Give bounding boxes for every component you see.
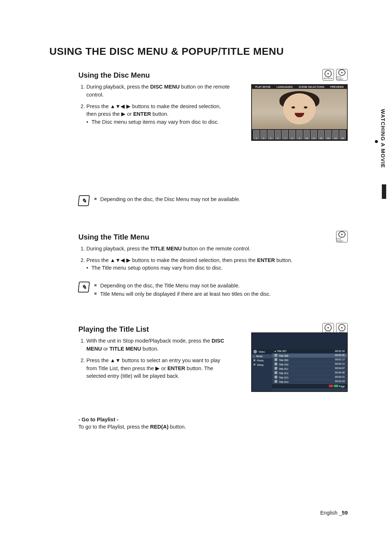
disc-type-icons: BD-ROM DVD-VIDEO xyxy=(322,69,348,81)
step-1: During playback, press the TITLE MENU bu… xyxy=(86,245,348,253)
title-time: 00:04:46 xyxy=(335,371,345,375)
disc-icon-dvd-video: DVD-VIDEO xyxy=(336,69,348,81)
title-time: 00:04:11 xyxy=(335,363,345,366)
step-1: With the unit in Stop mode/Playback mode… xyxy=(86,337,231,353)
chapter-tab-label: WATCHING A MOVIE xyxy=(380,109,386,174)
list-header-time: 00:02:32 xyxy=(335,350,345,353)
tab: LANGUAGES xyxy=(277,86,293,88)
step-2-note: The Title menu setup options may vary fr… xyxy=(86,264,348,272)
section-title-menu: DVD-VIDEO Using the Title Menu During pl… xyxy=(78,233,348,299)
note-row: ✎ Depending on the disc, the Disc Menu m… xyxy=(78,195,348,206)
disc-menu-tabs: PLAY MOVIE LANGUAGES SCENE SELECTIONS PR… xyxy=(252,85,347,89)
tab: PREVIEWS xyxy=(330,86,344,88)
title-time: 00:03:43 xyxy=(335,380,345,383)
list-footer: Page xyxy=(272,384,347,388)
title-name: Title 013 xyxy=(279,376,289,379)
manual-page: USING THE DISC MENU & POPUP/TITLE MENU W… xyxy=(0,0,392,536)
note-icon: ✎ xyxy=(78,282,90,292)
disc-icon-bd-rom: BD-ROM xyxy=(322,69,334,81)
title-name: Title 011 xyxy=(279,368,289,370)
disc-icon-label: DVD-VIDEO xyxy=(336,238,347,242)
left-nav-item: Photo xyxy=(257,359,264,362)
preview-area xyxy=(252,333,347,349)
bullet-icon xyxy=(375,140,378,143)
tab: SCENE SELECTIONS xyxy=(299,86,324,88)
footer-language: English xyxy=(320,510,338,516)
disc-menu-screenshot: PLAY MOVIE LANGUAGES SCENE SELECTIONS PR… xyxy=(251,84,348,141)
step-list: With the unit in Stop mode/Playback mode… xyxy=(78,337,231,380)
step-2: Press the ▲▼ buttons to select an entry … xyxy=(86,357,231,380)
disc-icon-label: BD-ROM xyxy=(324,77,332,79)
step-2-note: The Disc menu setup items may vary from … xyxy=(86,118,231,126)
sub-text: To go to the Playlist, press the RED(A) … xyxy=(78,424,348,430)
title-time: 00:01:17 xyxy=(335,358,345,361)
note-list: Depending on the disc, the Title Menu ma… xyxy=(94,282,271,298)
note-item: Depending on the disc, the Disc Menu may… xyxy=(94,195,240,204)
left-nav-header: Video xyxy=(258,351,265,353)
title-name: Title 014 xyxy=(279,381,289,383)
note-item: Title Menu will only be displayed if the… xyxy=(94,290,271,298)
sub-heading: - Go to Playlist - xyxy=(78,417,348,422)
footer-page-number: 59 xyxy=(342,510,348,516)
title-time: 00:04:21 xyxy=(335,376,345,379)
title-name: Title 012 xyxy=(279,372,289,375)
title-name: Title 008 xyxy=(279,355,289,357)
note-list: Depending on the disc, the Disc Menu may… xyxy=(94,195,240,204)
section-body: With the unit in Stop mode/Playback mode… xyxy=(78,337,231,380)
left-nav-item: Setup xyxy=(257,364,264,366)
list-header-title: Title 007 xyxy=(277,350,287,352)
disc-type-icons: DVD-VIDEO xyxy=(336,231,348,242)
left-nav-item: Music xyxy=(256,355,263,357)
page-footer: English _59 xyxy=(320,510,348,516)
section-title-list: BD-RE BD-R Playing the Title List With t… xyxy=(78,325,348,430)
step-list: During playback, press the DISC MENU but… xyxy=(78,83,231,126)
movie-frame-illustration xyxy=(252,89,347,129)
step-2: Press the ▲▼◀ ▶ buttons to make the desi… xyxy=(86,103,231,126)
step-list: During playback, press the TITLE MENU bu… xyxy=(78,245,348,272)
title-name: Title 009 xyxy=(279,359,289,361)
left-nav: Video ♪Music ✿Photo ⚙Setup xyxy=(252,349,272,391)
disc-icon-label: DVD-VIDEO xyxy=(336,76,347,80)
step-1: During playback, press the DISC MENU but… xyxy=(86,83,231,99)
section-body: During playback, press the DISC MENU but… xyxy=(78,83,231,126)
section-heading: Using the Title Menu xyxy=(78,233,348,241)
note-row: ✎ Depending on the disc, the Title Menu … xyxy=(78,282,348,298)
title-name: Title 010 xyxy=(279,363,289,366)
section-disc-menu: BD-ROM DVD-VIDEO Using the Disc Menu Dur… xyxy=(78,71,348,206)
disc-icon-dvd-video: DVD-VIDEO xyxy=(336,231,348,242)
thumb-tab-bar xyxy=(382,184,386,199)
step-2: Press the ▲▼◀ ▶ buttons to make the desi… xyxy=(86,257,348,273)
title-time: 00:05:36 xyxy=(335,354,345,357)
note-item: Depending on the disc, the Title Menu ma… xyxy=(94,282,271,290)
note-icon: ✎ xyxy=(78,195,90,206)
section-heading: Using the Disc Menu xyxy=(78,71,348,79)
title-list-screenshot: Video ♪Music ✿Photo ⚙Setup Title 00700:0… xyxy=(251,332,348,392)
chapter-tab: WATCHING A MOVIE xyxy=(375,109,386,174)
title-list: Title 00700:02:32 Title 00800:05:36 Titl… xyxy=(272,349,347,391)
tab: PLAY MOVIE xyxy=(255,86,270,88)
title-time: 00:04:07 xyxy=(335,367,345,370)
scene-thumbs: 3 4 5 6 7 8 9 10 11 12 13 14 15 xyxy=(252,129,347,140)
page-title: USING THE DISC MENU & POPUP/TITLE MENU xyxy=(49,46,348,57)
